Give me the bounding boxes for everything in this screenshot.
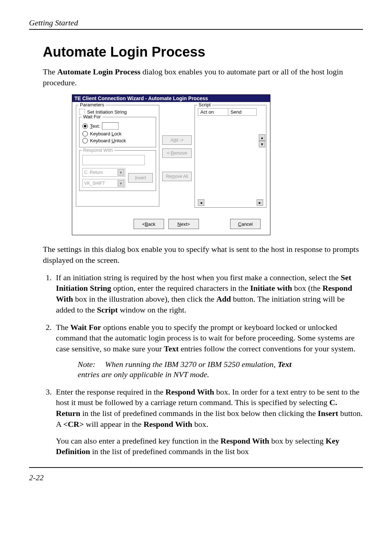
waitfor-text-radio[interactable]: Text: (82, 122, 153, 130)
page-number: 2-22 (29, 473, 363, 482)
select-value: C. Return (84, 170, 103, 175)
t: ove All (175, 174, 188, 179)
waitfor-text-input[interactable] (102, 122, 119, 130)
predefined-select-creturn[interactable]: C. Return ▼ (82, 168, 125, 177)
chevron-down-icon: ▼ (118, 169, 124, 176)
script-vscroll[interactable]: ▲ ▼ (259, 134, 265, 147)
btn-rest: nsert (136, 175, 146, 180)
cancel-button[interactable]: Cancel (230, 219, 261, 229)
step-2: The Wait For options enable you to speci… (54, 322, 363, 380)
step-3: Enter the response required in the Respo… (54, 387, 363, 457)
t: m (172, 174, 175, 179)
respond-with-input[interactable] (82, 155, 145, 165)
arrow-down-icon: ▼ (259, 141, 265, 147)
dialog-screenshot: TE Client Connection Wizard - Automate L… (72, 94, 363, 235)
radio-selected-icon (82, 123, 88, 129)
column-header-send: Send (228, 109, 256, 115)
arrow-up-icon: ▲ (259, 134, 265, 141)
t: <- (167, 151, 171, 156)
select-value: VK_SHIFT (84, 181, 105, 186)
script-legend: Script (197, 102, 212, 107)
t: A (171, 138, 173, 143)
chevron-down-icon: ▼ (118, 180, 124, 187)
arrow-right-icon: ► (257, 199, 263, 206)
t: C (238, 221, 241, 227)
t: ack (148, 221, 155, 227)
text: The (43, 67, 57, 76)
t: < (142, 221, 145, 227)
remove-all-button[interactable]: Remove All (162, 172, 192, 181)
next-button[interactable]: Next> (168, 219, 199, 229)
radio-icon (82, 138, 88, 143)
parameters-legend: Parameters (78, 102, 106, 107)
t: d -> (176, 138, 183, 143)
add-button[interactable]: Add -> (162, 135, 192, 145)
intro-paragraph: The Automate Login Process dialog box en… (43, 66, 363, 88)
t: B (145, 221, 148, 227)
radio-label: Keyboard Lock (90, 131, 122, 136)
t: R (171, 151, 174, 156)
t: d (173, 138, 176, 143)
radio-label: Keyboard Unlock (90, 138, 126, 143)
t: N (177, 221, 181, 227)
script-listview[interactable]: Act on Send (198, 108, 257, 116)
t: emove (174, 151, 187, 156)
t: Re (166, 174, 171, 179)
waitfor-legend: Wait For (82, 114, 102, 119)
waitfor-kbunlock-radio[interactable]: Keyboard Unlock (82, 138, 153, 143)
text-bold: Automate Login Process (57, 67, 140, 76)
radio-icon (82, 131, 88, 136)
running-header: Getting Started (29, 18, 363, 30)
remove-button[interactable]: <- Remove (162, 148, 192, 158)
column-header-acton: Act on (198, 109, 228, 115)
arrow-left-icon: ◄ (198, 199, 204, 206)
predefined-select-vkshift[interactable]: VK_SHIFT ▼ (82, 179, 125, 188)
respondwith-legend: Respond With (82, 147, 114, 153)
radio-label: Text: (90, 123, 100, 129)
page-title: Automate Login Process (43, 44, 363, 60)
waitfor-kblock-radio[interactable]: Keyboard Lock (82, 131, 153, 136)
note-block: Note: When running the IBM 3270 or IBM 5… (78, 359, 303, 380)
note-label: Note: (78, 359, 103, 370)
after-dialog-paragraph: The settings in this dialog box enable y… (43, 244, 363, 265)
dialog-titlebar: TE Client Connection Wizard - Automate L… (72, 95, 270, 102)
script-hscroll[interactable]: ◄ ► (198, 199, 263, 205)
insert-button[interactable]: Insert (128, 173, 153, 183)
back-button[interactable]: <Back (134, 219, 164, 229)
t: ext> (181, 221, 190, 227)
t: ancel (241, 221, 253, 227)
step-1: If an initiation string is required by t… (54, 272, 363, 315)
